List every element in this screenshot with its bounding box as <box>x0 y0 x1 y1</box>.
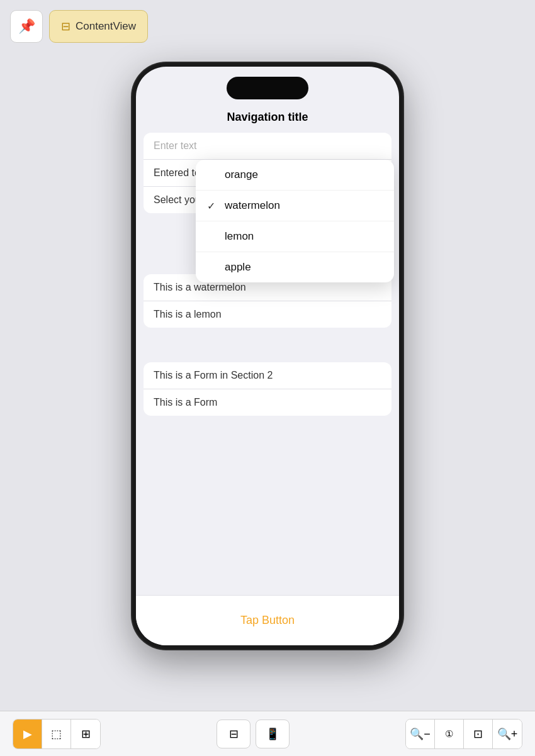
text-input-row[interactable]: Enter text <box>144 133 391 160</box>
grid-button[interactable]: ⊞ <box>71 720 100 748</box>
sliders-button[interactable]: ⊟ <box>217 720 251 748</box>
nav-title: Navigation title <box>136 111 399 124</box>
zoom-out-icon: 🔍− <box>410 727 431 741</box>
tap-button[interactable]: Tap Button <box>240 614 295 627</box>
toolbar-middle-group: ⊟ 📱 <box>217 720 290 748</box>
dynamic-island <box>227 77 308 99</box>
content-view-button[interactable]: ⊟ ContentView <box>49 10 148 43</box>
playback-controls: ▶ ⬚ ⊞ <box>13 719 101 749</box>
phone-frame: Navigation title Enter text Entered text… <box>132 63 403 649</box>
play-button[interactable]: ▶ <box>13 720 42 748</box>
zoom-fit-icon: ⊡ <box>473 727 483 741</box>
form-section-label-1: This is a Form in Section 2 <box>154 370 273 381</box>
pin-button[interactable]: 📌 <box>10 10 43 43</box>
content-view-icon: ⊟ <box>61 19 70 33</box>
form-section-label-2: This is a Form <box>154 397 217 408</box>
pin-icon: 📌 <box>18 18 35 35</box>
form-section-row-1: This is a Form in Section 2 <box>144 362 391 389</box>
section3-card: This is a Form in Section 2 This is a Fo… <box>144 362 391 416</box>
zoom-fit-button[interactable]: ⊡ <box>464 720 493 748</box>
phone-screen: Navigation title Enter text Entered text… <box>136 67 399 645</box>
zoom-in-icon: 🔍+ <box>497 727 518 741</box>
dropdown-menu: orange ✓ watermelon lemon apple <box>196 160 394 282</box>
dropdown-item-lemon[interactable]: lemon <box>196 221 394 252</box>
device-button[interactable]: 📱 <box>256 720 290 748</box>
zoom-in-button[interactable]: 🔍+ <box>493 720 522 748</box>
sliders-icon: ⊟ <box>229 727 239 741</box>
dropdown-label-watermelon: watermelon <box>225 199 280 212</box>
fruit-watermelon-label: This is a watermelon <box>154 282 246 292</box>
inspect-icon: ⬚ <box>51 727 62 741</box>
grid-icon: ⊞ <box>81 727 91 741</box>
fruit-row-lemon: This is a lemon <box>144 301 391 328</box>
play-icon: ▶ <box>23 727 32 741</box>
content-view-label: ContentView <box>76 20 136 33</box>
zoom-out-button[interactable]: 🔍− <box>406 720 435 748</box>
fruit-lemon-label: This is a lemon <box>154 309 222 320</box>
dropdown-label-apple: apple <box>225 261 251 274</box>
top-toolbar: 📌 ⊟ ContentView <box>10 10 148 43</box>
dropdown-label-lemon: lemon <box>225 230 254 243</box>
dropdown-check-watermelon: ✓ <box>207 200 217 212</box>
form-section-row-2: This is a Form <box>144 389 391 416</box>
dropdown-item-apple[interactable]: apple <box>196 252 394 282</box>
toolbar-left-group: ▶ ⬚ ⊞ <box>13 719 101 749</box>
device-icon: 📱 <box>266 727 279 741</box>
text-input-placeholder: Enter text <box>154 140 196 151</box>
dropdown-item-watermelon[interactable]: ✓ watermelon <box>196 191 394 221</box>
zoom-reset-icon: ① <box>445 728 453 740</box>
dropdown-item-orange[interactable]: orange <box>196 160 394 191</box>
inspect-button[interactable]: ⬚ <box>42 720 71 748</box>
zoom-controls: 🔍− ① ⊡ 🔍+ <box>405 719 522 749</box>
bottom-toolbar: ▶ ⬚ ⊞ ⊟ 📱 🔍− ① ⊡ 🔍+ <box>0 711 535 756</box>
dropdown-label-orange: orange <box>225 169 258 181</box>
tap-button-bar: Tap Button <box>136 595 399 645</box>
zoom-reset-button[interactable]: ① <box>435 720 464 748</box>
